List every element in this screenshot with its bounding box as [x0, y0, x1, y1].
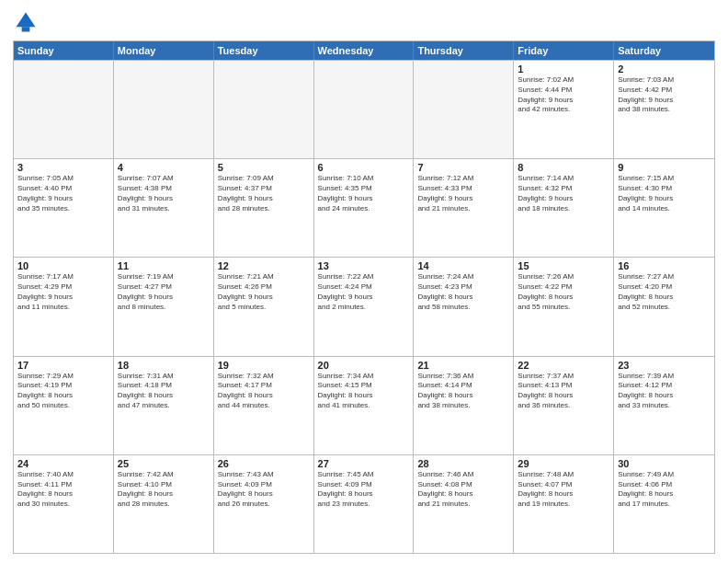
cal-cell-23: 23Sunrise: 7:39 AM Sunset: 4:12 PM Dayli… — [614, 357, 714, 454]
calendar-header: SundayMondayTuesdayWednesdayThursdayFrid… — [14, 41, 714, 60]
cal-cell-19: 19Sunrise: 7:32 AM Sunset: 4:17 PM Dayli… — [214, 357, 314, 454]
cal-cell-27: 27Sunrise: 7:45 AM Sunset: 4:09 PM Dayli… — [314, 455, 415, 553]
cell-info: Sunrise: 7:40 AM Sunset: 4:11 PM Dayligh… — [17, 470, 109, 510]
day-number: 3 — [17, 162, 109, 173]
cell-info: Sunrise: 7:36 AM Sunset: 4:14 PM Dayligh… — [417, 372, 509, 411]
day-number: 11 — [118, 260, 210, 271]
cell-info: Sunrise: 7:09 AM Sunset: 4:37 PM Dayligh… — [218, 174, 310, 213]
cal-row-3: 17Sunrise: 7:29 AM Sunset: 4:19 PM Dayli… — [14, 356, 714, 454]
day-number: 24 — [17, 458, 109, 469]
cell-info: Sunrise: 7:14 AM Sunset: 4:32 PM Dayligh… — [518, 174, 609, 213]
cell-info: Sunrise: 7:48 AM Sunset: 4:07 PM Dayligh… — [518, 470, 609, 510]
day-number: 21 — [417, 360, 509, 371]
cell-info: Sunrise: 7:49 AM Sunset: 4:06 PM Dayligh… — [618, 470, 711, 510]
day-number: 25 — [118, 458, 210, 469]
day-number: 5 — [218, 162, 310, 173]
cal-cell-17: 17Sunrise: 7:29 AM Sunset: 4:19 PM Dayli… — [14, 357, 114, 454]
cal-cell-2: 2Sunrise: 7:03 AM Sunset: 4:42 PM Daylig… — [614, 61, 714, 158]
cal-cell-1: 1Sunrise: 7:02 AM Sunset: 4:44 PM Daylig… — [514, 61, 614, 158]
cell-info: Sunrise: 7:46 AM Sunset: 4:08 PM Dayligh… — [417, 470, 509, 510]
day-number: 14 — [417, 260, 509, 271]
day-number: 18 — [118, 360, 210, 371]
cal-cell-24: 24Sunrise: 7:40 AM Sunset: 4:11 PM Dayli… — [14, 455, 114, 553]
day-number: 30 — [618, 458, 711, 469]
cell-info: Sunrise: 7:29 AM Sunset: 4:19 PM Dayligh… — [17, 372, 109, 411]
cal-cell-29: 29Sunrise: 7:48 AM Sunset: 4:07 PM Dayli… — [514, 455, 614, 553]
calendar: SundayMondayTuesdayWednesdayThursdayFrid… — [13, 40, 715, 554]
header-day-tuesday: Tuesday — [214, 41, 314, 60]
cell-info: Sunrise: 7:03 AM Sunset: 4:42 PM Dayligh… — [618, 75, 711, 115]
header-day-wednesday: Wednesday — [314, 41, 415, 60]
day-number: 9 — [618, 162, 711, 173]
day-number: 4 — [118, 162, 210, 173]
cell-info: Sunrise: 7:31 AM Sunset: 4:18 PM Dayligh… — [118, 372, 210, 411]
cal-cell-7: 7Sunrise: 7:12 AM Sunset: 4:33 PM Daylig… — [414, 159, 514, 257]
cal-cell-4: 4Sunrise: 7:07 AM Sunset: 4:38 PM Daylig… — [114, 159, 214, 257]
cal-cell-16: 16Sunrise: 7:27 AM Sunset: 4:20 PM Dayli… — [614, 258, 714, 355]
svg-rect-1 — [22, 27, 30, 31]
cal-row-0: 1Sunrise: 7:02 AM Sunset: 4:44 PM Daylig… — [14, 60, 714, 158]
calendar-body: 1Sunrise: 7:02 AM Sunset: 4:44 PM Daylig… — [14, 60, 714, 553]
day-number: 1 — [518, 63, 609, 75]
cal-cell-5: 5Sunrise: 7:09 AM Sunset: 4:37 PM Daylig… — [214, 159, 314, 257]
day-number: 19 — [218, 360, 310, 371]
cal-cell-15: 15Sunrise: 7:26 AM Sunset: 4:22 PM Dayli… — [514, 258, 614, 355]
cal-cell-empty — [214, 61, 314, 158]
cal-cell-8: 8Sunrise: 7:14 AM Sunset: 4:32 PM Daylig… — [514, 159, 614, 257]
svg-marker-0 — [17, 13, 36, 28]
day-number: 22 — [518, 360, 609, 371]
day-number: 2 — [618, 63, 711, 75]
cal-cell-26: 26Sunrise: 7:43 AM Sunset: 4:09 PM Dayli… — [214, 455, 314, 553]
day-number: 27 — [318, 458, 410, 469]
cell-info: Sunrise: 7:43 AM Sunset: 4:09 PM Dayligh… — [218, 470, 310, 510]
day-number: 15 — [518, 260, 609, 271]
cell-info: Sunrise: 7:32 AM Sunset: 4:17 PM Dayligh… — [218, 372, 310, 411]
header-day-thursday: Thursday — [414, 41, 514, 60]
day-number: 12 — [218, 260, 310, 271]
cal-cell-25: 25Sunrise: 7:42 AM Sunset: 4:10 PM Dayli… — [114, 455, 214, 553]
cell-info: Sunrise: 7:39 AM Sunset: 4:12 PM Dayligh… — [618, 372, 711, 411]
day-number: 28 — [417, 458, 509, 469]
cal-cell-9: 9Sunrise: 7:15 AM Sunset: 4:30 PM Daylig… — [614, 159, 714, 257]
day-number: 23 — [618, 360, 711, 371]
day-number: 7 — [417, 162, 509, 173]
cell-info: Sunrise: 7:37 AM Sunset: 4:13 PM Dayligh… — [518, 372, 609, 411]
cal-cell-6: 6Sunrise: 7:10 AM Sunset: 4:35 PM Daylig… — [314, 159, 415, 257]
cell-info: Sunrise: 7:19 AM Sunset: 4:27 PM Dayligh… — [118, 272, 210, 312]
cell-info: Sunrise: 7:27 AM Sunset: 4:20 PM Dayligh… — [618, 272, 711, 312]
cal-cell-14: 14Sunrise: 7:24 AM Sunset: 4:23 PM Dayli… — [414, 258, 514, 355]
cal-cell-12: 12Sunrise: 7:21 AM Sunset: 4:26 PM Dayli… — [214, 258, 314, 355]
header-day-monday: Monday — [114, 41, 214, 60]
cell-info: Sunrise: 7:34 AM Sunset: 4:15 PM Dayligh… — [318, 372, 410, 411]
day-number: 17 — [17, 360, 109, 371]
logo — [13, 9, 40, 35]
day-number: 6 — [318, 162, 410, 173]
cell-info: Sunrise: 7:02 AM Sunset: 4:44 PM Dayligh… — [518, 75, 609, 115]
cal-cell-21: 21Sunrise: 7:36 AM Sunset: 4:14 PM Dayli… — [414, 357, 514, 454]
cal-cell-13: 13Sunrise: 7:22 AM Sunset: 4:24 PM Dayli… — [314, 258, 415, 355]
logo-icon — [13, 9, 39, 35]
cal-cell-22: 22Sunrise: 7:37 AM Sunset: 4:13 PM Dayli… — [514, 357, 614, 454]
cell-info: Sunrise: 7:10 AM Sunset: 4:35 PM Dayligh… — [318, 174, 410, 213]
cell-info: Sunrise: 7:26 AM Sunset: 4:22 PM Dayligh… — [518, 272, 609, 312]
cal-cell-30: 30Sunrise: 7:49 AM Sunset: 4:06 PM Dayli… — [614, 455, 714, 553]
cell-info: Sunrise: 7:42 AM Sunset: 4:10 PM Dayligh… — [118, 470, 210, 510]
cal-cell-11: 11Sunrise: 7:19 AM Sunset: 4:27 PM Dayli… — [114, 258, 214, 355]
page: SundayMondayTuesdayWednesdayThursdayFrid… — [0, 0, 728, 563]
cell-info: Sunrise: 7:05 AM Sunset: 4:40 PM Dayligh… — [17, 174, 109, 213]
cell-info: Sunrise: 7:24 AM Sunset: 4:23 PM Dayligh… — [417, 272, 509, 312]
day-number: 8 — [518, 162, 609, 173]
cell-info: Sunrise: 7:22 AM Sunset: 4:24 PM Dayligh… — [318, 272, 410, 312]
cal-cell-empty — [14, 61, 114, 158]
cal-row-2: 10Sunrise: 7:17 AM Sunset: 4:29 PM Dayli… — [14, 257, 714, 355]
cell-info: Sunrise: 7:07 AM Sunset: 4:38 PM Dayligh… — [118, 174, 210, 213]
cal-row-1: 3Sunrise: 7:05 AM Sunset: 4:40 PM Daylig… — [14, 158, 714, 257]
cal-cell-10: 10Sunrise: 7:17 AM Sunset: 4:29 PM Dayli… — [14, 258, 114, 355]
cal-cell-3: 3Sunrise: 7:05 AM Sunset: 4:40 PM Daylig… — [14, 159, 114, 257]
cal-cell-18: 18Sunrise: 7:31 AM Sunset: 4:18 PM Dayli… — [114, 357, 214, 454]
header-day-friday: Friday — [514, 41, 614, 60]
cal-cell-empty — [414, 61, 514, 158]
day-number: 10 — [17, 260, 109, 271]
cal-row-4: 24Sunrise: 7:40 AM Sunset: 4:11 PM Dayli… — [14, 454, 714, 553]
header-day-saturday: Saturday — [614, 41, 714, 60]
